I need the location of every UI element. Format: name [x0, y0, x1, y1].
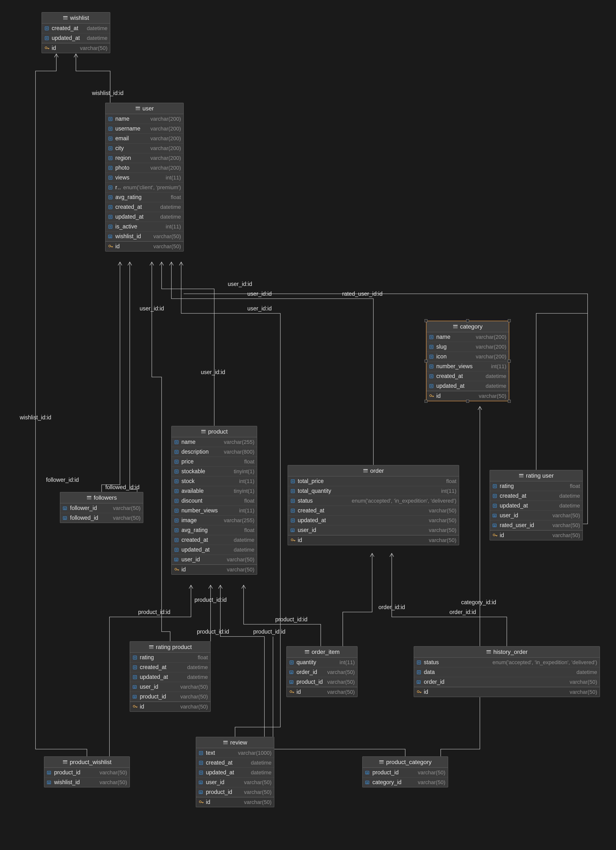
- column-row[interactable]: wishlist_idvarchar(50): [44, 778, 130, 787]
- column-row[interactable]: user_idvarchar(50): [130, 682, 210, 692]
- column-row[interactable]: product_idvarchar(50): [196, 787, 274, 797]
- entity-header[interactable]: rating user: [490, 470, 582, 481]
- column-row[interactable]: quantityint(11): [287, 658, 357, 667]
- entity-wishlist[interactable]: wishlistcreated_atdatetimeupdated_atdate…: [42, 12, 110, 53]
- entity-header[interactable]: wishlist: [42, 12, 110, 24]
- column-row[interactable]: slugvarchar(200): [426, 342, 509, 352]
- entity-header[interactable]: user: [106, 103, 183, 114]
- column-row[interactable]: availabletinyint(1): [172, 486, 257, 496]
- entity-header[interactable]: history_order: [414, 646, 600, 658]
- selection-handle[interactable]: [425, 400, 428, 403]
- column-row[interactable]: datadatetime: [414, 667, 600, 677]
- entity-order_item[interactable]: order_itemquantityint(11)order_idvarchar…: [286, 646, 357, 697]
- entity-rating_user[interactable]: rating userratingfloatcreated_atdatetime…: [490, 470, 583, 540]
- selection-handle[interactable]: [466, 319, 469, 322]
- column-row[interactable]: number_viewsint(11): [172, 506, 257, 516]
- column-row[interactable]: usernamevarchar(200): [106, 124, 183, 134]
- column-row[interactable]: created_atdatetime: [106, 202, 183, 212]
- column-row[interactable]: created_atdatetime: [490, 491, 582, 501]
- entity-user[interactable]: usernamevarchar(200)usernamevarchar(200)…: [105, 103, 184, 251]
- entity-header[interactable]: category: [426, 321, 509, 332]
- column-row[interactable]: ratingfloat: [490, 481, 582, 491]
- column-row[interactable]: updated_atdatetime: [172, 545, 257, 555]
- column-row[interactable]: idvarchar(50): [288, 535, 459, 545]
- column-row[interactable]: namevarchar(200): [106, 114, 183, 124]
- column-row[interactable]: cityvarchar(200): [106, 144, 183, 153]
- column-row[interactable]: user_idvarchar(50): [490, 511, 582, 521]
- column-row[interactable]: photovarchar(200): [106, 163, 183, 173]
- entity-product[interactable]: productnamevarchar(255)descriptionvarcha…: [171, 426, 257, 575]
- column-row[interactable]: created_atdatetime: [172, 535, 257, 545]
- column-row[interactable]: user_idvarchar(50): [288, 525, 459, 535]
- column-row[interactable]: idvarchar(50): [42, 43, 110, 53]
- column-row[interactable]: total_pricefloat: [288, 476, 459, 486]
- entity-header[interactable]: rating product: [130, 642, 210, 653]
- column-row[interactable]: order_idvarchar(50): [414, 677, 600, 687]
- entity-history_order[interactable]: history_orderstatusenum('accepted', 'in_…: [414, 646, 600, 697]
- column-row[interactable]: roleenum('client', 'premium'): [106, 183, 183, 192]
- column-row[interactable]: created_atdatetime: [130, 663, 210, 672]
- entity-rating_product[interactable]: rating productratingfloatcreated_atdatet…: [130, 641, 211, 712]
- column-row[interactable]: updated_atdatetime: [196, 768, 274, 778]
- column-row[interactable]: updated_atdatetime: [42, 33, 110, 43]
- column-row[interactable]: created_atdatetime: [42, 24, 110, 33]
- column-row[interactable]: followed_idvarchar(50): [60, 513, 143, 523]
- column-row[interactable]: created_atdatetime: [196, 758, 274, 768]
- column-row[interactable]: avg_ratingfloat: [172, 525, 257, 535]
- column-row[interactable]: created_atdatetime: [426, 371, 509, 381]
- column-row[interactable]: namevarchar(255): [172, 437, 257, 447]
- column-row[interactable]: updated_atdatetime: [130, 672, 210, 682]
- column-row[interactable]: category_idvarchar(50): [363, 778, 448, 787]
- column-row[interactable]: product_idvarchar(50): [130, 692, 210, 702]
- column-row[interactable]: pricefloat: [172, 457, 257, 467]
- column-row[interactable]: idvarchar(50): [490, 530, 582, 540]
- column-row[interactable]: ratingfloat: [130, 653, 210, 663]
- column-row[interactable]: updated_atdatetime: [490, 501, 582, 511]
- entity-followers[interactable]: followersfollower_idvarchar(50)followed_…: [60, 492, 143, 523]
- column-row[interactable]: updated_atdatetime: [426, 381, 509, 391]
- entity-header[interactable]: order_item: [287, 646, 357, 658]
- entity-header[interactable]: product: [172, 426, 257, 437]
- column-row[interactable]: idvarchar(50): [287, 687, 357, 697]
- column-row[interactable]: discountfloat: [172, 496, 257, 506]
- column-row[interactable]: user_idvarchar(50): [196, 778, 274, 787]
- entity-header[interactable]: review: [196, 737, 274, 748]
- column-row[interactable]: iconvarchar(200): [426, 352, 509, 362]
- selection-handle[interactable]: [425, 360, 428, 362]
- column-row[interactable]: idvarchar(50): [172, 564, 257, 574]
- column-row[interactable]: emailvarchar(200): [106, 134, 183, 144]
- column-row[interactable]: avg_ratingfloat: [106, 192, 183, 202]
- entity-header[interactable]: order: [288, 465, 459, 476]
- column-row[interactable]: textvarchar(1000): [196, 748, 274, 758]
- column-row[interactable]: imagevarchar(255): [172, 516, 257, 525]
- column-row[interactable]: idvarchar(50): [426, 391, 509, 401]
- column-row[interactable]: total_quantityint(11): [288, 486, 459, 496]
- column-row[interactable]: updated_atvarchar(50): [288, 516, 459, 525]
- column-row[interactable]: stockint(11): [172, 476, 257, 486]
- selection-handle[interactable]: [466, 400, 469, 403]
- column-row[interactable]: viewsint(11): [106, 173, 183, 183]
- column-row[interactable]: number_viewsint(11): [426, 362, 509, 371]
- entity-order[interactable]: ordertotal_pricefloattotal_quantityint(1…: [288, 465, 459, 545]
- column-row[interactable]: rated_user_idvarchar(50): [490, 521, 582, 530]
- column-row[interactable]: idvarchar(50): [414, 687, 600, 697]
- column-row[interactable]: follower_idvarchar(50): [60, 503, 143, 513]
- column-row[interactable]: product_idvarchar(50): [44, 768, 130, 778]
- entity-review[interactable]: reviewtextvarchar(1000)created_atdatetim…: [196, 737, 274, 807]
- column-row[interactable]: statusenum('accepted', 'in_expedition', …: [288, 496, 459, 506]
- column-row[interactable]: created_atvarchar(50): [288, 506, 459, 516]
- selection-handle[interactable]: [425, 319, 428, 322]
- entity-category[interactable]: categorynamevarchar(200)slugvarchar(200)…: [426, 321, 509, 401]
- column-row[interactable]: idvarchar(50): [106, 241, 183, 251]
- entity-product_wishlist[interactable]: product_wishlistproduct_idvarchar(50)wis…: [44, 756, 130, 787]
- column-row[interactable]: namevarchar(200): [426, 332, 509, 342]
- column-row[interactable]: is_activeint(11): [106, 222, 183, 232]
- selection-handle[interactable]: [508, 360, 511, 362]
- column-row[interactable]: user_idvarchar(50): [172, 555, 257, 564]
- selection-handle[interactable]: [508, 319, 511, 322]
- column-row[interactable]: wishlist_idvarchar(50): [106, 232, 183, 241]
- entity-header[interactable]: product_wishlist: [44, 757, 130, 768]
- column-row[interactable]: product_idvarchar(50): [287, 677, 357, 687]
- column-row[interactable]: stockabletinyint(1): [172, 467, 257, 476]
- column-row[interactable]: product_idvarchar(50): [363, 768, 448, 778]
